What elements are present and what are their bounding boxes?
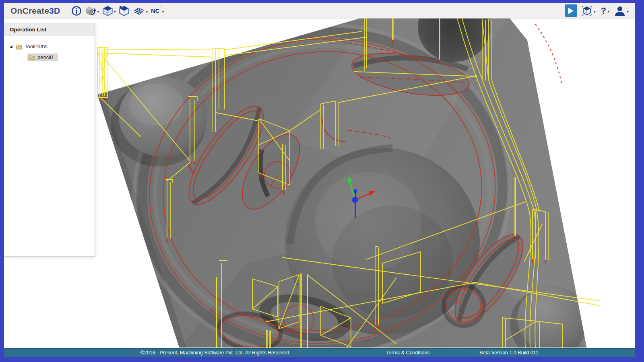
machined-part xyxy=(97,19,587,348)
tree-item-label: ToolPaths xyxy=(25,43,47,49)
toolbar-right-group: ▾ ? ▾ ▾ xyxy=(565,4,630,18)
nc-download-arrow-icon: ↓ xyxy=(160,4,162,8)
nc-output-button[interactable]: NC ↓ ▾ xyxy=(150,6,165,15)
nc-label: NC ↓ xyxy=(151,7,161,14)
operation-list-title: Operation List xyxy=(4,23,95,36)
status-bar: ©2016 - Present, Machining Software Pvt.… xyxy=(4,348,635,357)
chevron-down-icon: ▾ xyxy=(97,8,99,14)
version-text: Beta Version 1.0 Build 011 xyxy=(479,350,538,356)
stock-rotate-button[interactable]: ▾ xyxy=(84,5,100,17)
top-toolbar: OnCreate3D ▾ xyxy=(4,3,635,19)
chevron-down-icon: ▾ xyxy=(162,8,164,14)
tree-item-pencil1[interactable]: pencil1 xyxy=(4,52,95,63)
help-button[interactable]: ? ▾ xyxy=(599,6,610,16)
operation-list-panel: Operation List ToolPaths xyxy=(4,23,95,257)
chevron-down-icon: ▾ xyxy=(146,8,148,14)
chevron-down-icon: ▾ xyxy=(627,8,629,14)
main-area: Operation List ToolPaths xyxy=(4,19,635,348)
surface-mesh-icon xyxy=(133,6,145,16)
logo-accent-text: 3D xyxy=(49,6,60,15)
chevron-down-icon: ▾ xyxy=(114,8,116,14)
stock-view-button[interactable]: ▾ xyxy=(101,4,117,17)
nc-text: NC xyxy=(151,7,160,14)
copyright-text: ©2016 - Present, Machining Software Pvt.… xyxy=(140,350,291,356)
app-window: OnCreate3D ▾ xyxy=(4,3,635,357)
help-icon: ? xyxy=(600,6,607,15)
selected-tree-item[interactable]: pencil1 xyxy=(27,53,58,61)
stock-rotate-icon xyxy=(85,6,96,16)
user-icon xyxy=(614,5,626,16)
tree-item-toolpaths[interactable]: ToolPaths xyxy=(4,41,95,52)
info-icon xyxy=(71,6,82,16)
operation-tree: ToolPaths pencil1 xyxy=(4,36,95,63)
stock-cube-icon xyxy=(102,5,113,16)
chevron-down-icon: ▾ xyxy=(608,8,610,14)
model-view-button[interactable] xyxy=(118,4,130,17)
axis-node-point xyxy=(354,189,357,193)
simulate-play-button[interactable] xyxy=(565,4,577,17)
folder-icon xyxy=(16,44,23,49)
toolbar-left-group: ▾ ▾ xyxy=(70,4,165,17)
chevron-down-icon: ▾ xyxy=(594,8,596,14)
view-cube-icon xyxy=(581,5,593,17)
logo-text: OnCreate xyxy=(10,6,49,15)
surface-view-button[interactable]: ▾ xyxy=(132,5,149,16)
model-cube-icon xyxy=(119,5,130,16)
folder-icon xyxy=(29,55,35,60)
app-logo: OnCreate3D xyxy=(10,6,60,16)
tree-expander-icon[interactable] xyxy=(10,45,12,48)
play-icon xyxy=(568,8,574,14)
terms-link[interactable]: Terms & Conditions xyxy=(386,350,429,356)
view-orientation-button[interactable]: ▾ xyxy=(580,4,597,18)
info-button[interactable] xyxy=(70,5,83,17)
user-account-button[interactable]: ▾ xyxy=(613,4,630,17)
viewport-3d-canvas[interactable] xyxy=(4,19,635,348)
origin-point xyxy=(352,197,358,203)
tree-item-label: pencil1 xyxy=(37,54,54,60)
